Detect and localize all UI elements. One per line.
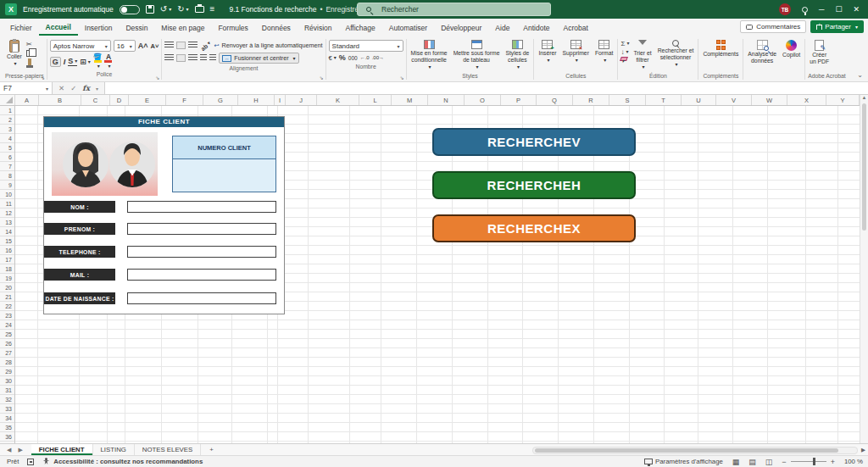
dialog-launcher-icon[interactable]: ⇘ — [41, 75, 45, 81]
row-header-2[interactable]: 2 — [0, 115, 14, 125]
share-button[interactable]: Partager — [810, 20, 864, 33]
save-icon[interactable] — [146, 5, 154, 14]
currency-format-icon[interactable]: € — [329, 54, 337, 62]
grow-font-icon[interactable]: A˄ — [138, 42, 148, 50]
row-header-17[interactable]: 17 — [0, 255, 14, 264]
zoom-level[interactable]: 100 % — [844, 458, 863, 465]
thousands-format-icon[interactable]: 000 — [348, 55, 358, 61]
column-header-I[interactable]: I — [275, 95, 286, 105]
column-header-G[interactable]: G — [203, 95, 238, 105]
cut-icon[interactable]: ✂ — [26, 41, 32, 48]
row-header-5[interactable]: 5 — [0, 143, 14, 153]
dialog-launcher-icon[interactable]: ⇘ — [155, 75, 159, 81]
column-header-J[interactable]: J — [286, 95, 317, 105]
column-header-E[interactable]: E — [129, 95, 166, 105]
next-sheet-icon[interactable]: ▶ — [18, 447, 22, 453]
autosum-icon[interactable]: Σ — [620, 40, 629, 47]
decrease-indent-icon[interactable] — [200, 54, 207, 62]
row-header-14[interactable]: 14 — [0, 227, 14, 236]
dialog-launcher-icon[interactable]: ⇘ — [320, 75, 324, 81]
ribbon-tab-développeur[interactable]: Développeur — [434, 20, 488, 35]
autosave-toggle[interactable] — [120, 5, 140, 14]
horizontal-scrollbar[interactable]: ▶ — [532, 447, 858, 454]
ribbon-tab-acrobat[interactable]: Acrobat — [557, 20, 595, 35]
select-all-corner[interactable] — [0, 95, 15, 105]
column-header-L[interactable]: L — [359, 95, 392, 105]
column-header-P[interactable]: P — [501, 95, 537, 105]
ribbon-tab-accueil[interactable]: Accueil — [39, 19, 78, 36]
printer-icon[interactable] — [195, 6, 204, 13]
dialog-launcher-icon[interactable]: ⇘ — [400, 75, 404, 81]
shrink-font-icon[interactable]: A˅ — [150, 42, 159, 50]
row-header-21[interactable]: 21 — [0, 292, 14, 302]
decrease-decimal-icon[interactable]: .00→ — [372, 55, 384, 60]
formula-input[interactable] — [105, 82, 868, 94]
display-settings-button[interactable]: Paramètres d'affichage — [644, 458, 723, 465]
row-header-34[interactable]: 34 — [0, 414, 14, 423]
row-header-35[interactable]: 35 — [0, 423, 14, 432]
row-header-18[interactable]: 18 — [0, 264, 14, 274]
fill-icon[interactable]: ↓ — [620, 48, 629, 56]
font-name-select[interactable]: Aptos Narrow▾ — [50, 40, 111, 52]
orientation-icon[interactable]: ab — [199, 39, 212, 52]
row-header-3[interactable]: 3 — [0, 125, 14, 134]
paste-button[interactable]: Coller — [5, 38, 24, 67]
name-box[interactable]: F7 ▾ — [0, 82, 53, 94]
horizontal-scroll-thumb[interactable] — [535, 448, 838, 453]
column-header-S[interactable]: S — [609, 95, 646, 105]
cells-area[interactable]: FICHE CLIENT — [15, 106, 860, 443]
cell-styles-button[interactable]: Styles de cellules — [504, 38, 531, 70]
row-header-31[interactable]: 31 — [0, 386, 14, 395]
zoom-in-icon[interactable]: + — [831, 458, 835, 466]
align-top-icon[interactable] — [164, 42, 174, 49]
sheet-tab-fiche-client[interactable]: FICHE CLIENT — [31, 444, 93, 455]
field-input-mail[interactable] — [127, 269, 276, 281]
analyze-data-button[interactable]: Analyse de données — [746, 38, 778, 64]
field-input-prenom[interactable] — [127, 223, 276, 235]
increase-decimal-icon[interactable]: ←.0 — [360, 55, 370, 60]
align-middle-icon[interactable] — [176, 42, 186, 49]
numero-client-value[interactable] — [173, 159, 275, 192]
row-header-4[interactable]: 4 — [0, 134, 14, 143]
column-header-D[interactable]: D — [110, 95, 129, 105]
conditional-formatting-button[interactable]: Mise en forme conditionnelle — [409, 38, 449, 70]
field-input-date-naissance[interactable] — [127, 292, 276, 304]
row-header-27[interactable]: 27 — [0, 348, 14, 358]
column-header-U[interactable]: U — [682, 95, 716, 105]
insert-function-icon[interactable]: fx — [82, 84, 90, 92]
collapse-ribbon-icon[interactable]: ⌄ — [857, 71, 863, 79]
row-header-29[interactable]: 29 — [0, 367, 14, 376]
row-header-10[interactable]: 10 — [0, 190, 14, 199]
format-cells-button[interactable]: Format — [593, 38, 615, 64]
vertical-scroll-thumb[interactable] — [862, 103, 866, 231]
close-button[interactable]: ✕ — [853, 5, 860, 14]
previous-sheet-icon[interactable]: ◀ — [7, 447, 11, 453]
row-header-36[interactable]: 36 — [0, 432, 14, 442]
row-header-32[interactable]: 32 — [0, 395, 14, 404]
row-header-13[interactable]: 13 — [0, 218, 14, 227]
number-format-select[interactable]: Standard▾ — [329, 40, 403, 52]
accessibility-status[interactable]: Accessibilité : consultez nos recommanda… — [42, 458, 203, 465]
borders-icon[interactable]: ⊞ — [80, 58, 91, 66]
column-header-B[interactable]: B — [39, 95, 81, 105]
sheet-tab-notes-eleves[interactable]: NOTES ELEVES — [135, 444, 201, 455]
ribbon-tab-données[interactable]: Données — [255, 20, 298, 35]
row-header-6[interactable]: 6 — [0, 153, 14, 162]
row-header-26[interactable]: 26 — [0, 339, 14, 348]
merge-center-button[interactable]: ↔ Fusionner et centrer — [219, 53, 298, 64]
font-size-select[interactable]: 16▾ — [114, 40, 136, 52]
row-header-23[interactable]: 23 — [0, 311, 14, 320]
ribbon-tab-mise-en-page[interactable]: Mise en page — [154, 20, 211, 35]
create-pdf-button[interactable]: Créer un PDF — [808, 38, 831, 65]
column-header-V[interactable]: V — [716, 95, 752, 105]
format-as-table-button[interactable]: Mettre sous forme de tableau — [452, 38, 502, 70]
underline-button[interactable]: S — [68, 57, 77, 66]
ribbon-tab-formules[interactable]: Formules — [211, 20, 254, 35]
fill-color-icon[interactable]: 🪣 — [93, 53, 103, 69]
column-header-O[interactable]: O — [465, 95, 501, 105]
page-break-view-icon[interactable]: ◫ — [765, 458, 773, 466]
column-header-H[interactable]: H — [238, 95, 275, 105]
copy-icon[interactable] — [26, 50, 32, 57]
column-header-C[interactable]: C — [81, 95, 110, 105]
row-header-33[interactable]: 33 — [0, 404, 14, 414]
